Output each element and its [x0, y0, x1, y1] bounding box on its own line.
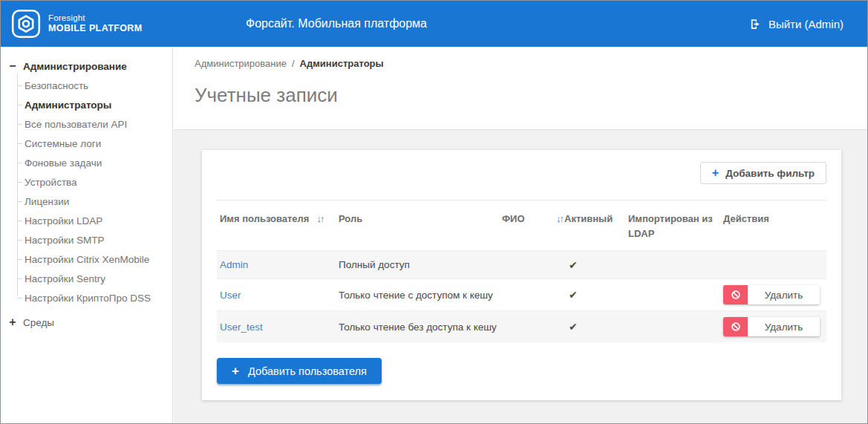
add-filter-label: Добавить фильтр: [725, 168, 815, 179]
table-row: User_test Только чтение без доступа к ке…: [217, 310, 826, 342]
delete-user-button[interactable]: Удалить: [723, 317, 820, 336]
column-label: Активный: [564, 213, 613, 224]
username-link[interactable]: User: [220, 290, 241, 301]
breadcrumb-current: Администраторы: [300, 58, 384, 69]
top-header: Foresight MOBILE PLATFORM Форсайт. Мобил…: [1, 1, 867, 47]
table-row: Admin Полный доступ ✔: [217, 250, 826, 278]
sidebar-subtree: Безопасность Администраторы Все пользова…: [1, 76, 172, 307]
add-filter-button[interactable]: + Добавить фильтр: [700, 162, 826, 184]
accounts-table: Имя пользователя ↓↑ Роль ФИО ↓↑ Активный: [217, 200, 826, 342]
sort-icon[interactable]: ↓↑: [556, 212, 563, 226]
delete-user-button[interactable]: Удалить: [723, 285, 820, 304]
sidebar-item-cryptopro-settings[interactable]: Настройки КриптоПро DSS: [25, 288, 172, 307]
sidebar-item-api-users[interactable]: Все пользователи API: [25, 114, 172, 134]
sidebar-item-ldap-settings[interactable]: Настройки LDAP: [25, 211, 172, 230]
column-header-username: Имя пользователя ↓↑: [220, 212, 339, 226]
sidebar-item-label: Администрирование: [23, 61, 127, 72]
check-icon: ✔: [564, 259, 578, 271]
sidebar-item-label: Устройства: [25, 177, 77, 188]
sidebar-item-sentry-settings[interactable]: Настройки Sentry: [25, 269, 172, 288]
logout-label: Выйти (Admin): [769, 18, 843, 30]
sidebar-item-label: Настройки КриптоПро DSS: [25, 293, 151, 304]
app-title: Форсайт. Мобильная платформа: [246, 1, 427, 47]
sidebar-item-label: Настройки LDAP: [25, 215, 102, 226]
actions-cell: Удалить: [723, 317, 826, 336]
breadcrumb-parent[interactable]: Администрирование: [195, 58, 287, 69]
role-cell: Полный доступ: [339, 259, 410, 270]
content-region: + Добавить фильтр Имя пользователя ↓↑ Ро…: [174, 129, 867, 423]
breadcrumb-separator: /: [292, 58, 295, 69]
app-window: Foresight MOBILE PLATFORM Форсайт. Мобил…: [0, 0, 868, 424]
sidebar-item-administration[interactable]: − Администрирование: [1, 56, 172, 76]
sort-icon[interactable]: ↓↑: [316, 212, 323, 226]
sidebar-item-label: Все пользователи API: [25, 119, 127, 130]
column-label: Имя пользователя: [220, 212, 309, 226]
accounts-card: + Добавить фильтр Имя пользователя ↓↑ Ро…: [202, 150, 841, 400]
column-header-role: Роль: [339, 212, 502, 226]
ban-icon: [723, 285, 748, 304]
page-title: Учетные записи: [195, 84, 846, 107]
table-header-row: Имя пользователя ↓↑ Роль ФИО ↓↑ Активный: [217, 200, 826, 250]
logout-icon: [749, 18, 762, 30]
foresight-hex-logo-icon: [11, 9, 41, 39]
username-link[interactable]: Admin: [220, 259, 248, 270]
column-header-actions: Действия: [723, 212, 826, 226]
brand-logo: Foresight MOBILE PLATFORM: [1, 9, 143, 39]
sidebar-item-label: Системные логи: [25, 138, 101, 149]
column-header-fio: ФИО ↓↑: [502, 212, 563, 226]
sidebar-item-devices[interactable]: Устройства: [25, 172, 172, 192]
ban-icon: [723, 317, 748, 336]
column-header-active: Активный: [563, 212, 628, 226]
sidebar-item-label: Лицензии: [25, 196, 69, 207]
logout-button[interactable]: Выйти (Admin): [749, 18, 867, 30]
sidebar-item-licenses[interactable]: Лицензии: [25, 192, 172, 211]
sidebar-item-label: Настройки Sentry: [25, 273, 105, 284]
username-link[interactable]: User_test: [220, 322, 263, 333]
delete-button-label: Удалить: [748, 317, 820, 336]
sidebar-item-citrix-settings[interactable]: Настройки Citrix XenMobile: [25, 249, 172, 269]
column-label: ФИО: [502, 212, 525, 226]
minus-icon[interactable]: −: [8, 60, 17, 72]
sidebar-item-label: Настройки Citrix XenMobile: [25, 254, 149, 265]
sidebar-item-label: Фоновые задачи: [25, 157, 102, 169]
sidebar-item-administrators[interactable]: Администраторы: [25, 95, 172, 114]
brand-text: Foresight MOBILE PLATFORM: [48, 13, 143, 35]
sidebar-item-system-logs[interactable]: Системные логи: [25, 134, 172, 153]
plus-icon[interactable]: +: [8, 316, 17, 328]
brand-line1: Foresight: [48, 13, 143, 23]
check-icon: ✔: [564, 289, 578, 301]
card-toolbar: + Добавить фильтр: [217, 162, 826, 184]
sidebar-item-smtp-settings[interactable]: Настройки SMTP: [25, 230, 172, 249]
delete-button-label: Удалить: [748, 285, 820, 304]
role-cell: Только чтение без доступа к кешу: [339, 322, 497, 333]
breadcrumb: Администрирование / Администраторы: [195, 58, 846, 69]
sidebar-item-environments[interactable]: + Среды: [1, 313, 172, 332]
add-user-button[interactable]: + Добавить пользователя: [217, 358, 382, 384]
sidebar-item-background-tasks[interactable]: Фоновые задачи: [25, 153, 172, 172]
sidebar-nav: − Администрирование Безопасность Админис…: [1, 47, 173, 423]
sidebar-item-label: Безопасность: [25, 80, 88, 91]
plus-icon: +: [712, 167, 719, 179]
actions-cell: Удалить: [723, 285, 826, 304]
brand-line2: MOBILE PLATFORM: [48, 23, 143, 35]
column-label: Роль: [339, 213, 362, 224]
sidebar-item-label: Среды: [23, 317, 54, 328]
sidebar-item-security[interactable]: Безопасность: [25, 76, 172, 95]
column-label: Импортирован из LDAP: [628, 213, 713, 239]
sidebar-item-label: Администраторы: [25, 100, 111, 111]
page-head: Администрирование / Администраторы Учетн…: [174, 47, 867, 129]
role-cell: Только чтение с доступом к кешу: [339, 290, 493, 301]
sidebar-item-label: Настройки SMTP: [25, 235, 104, 246]
table-row: User Только чтение с доступом к кешу ✔: [217, 278, 826, 310]
column-label: Действия: [723, 213, 769, 224]
add-user-label: Добавить пользователя: [248, 365, 367, 377]
main-area: Администрирование / Администраторы Учетн…: [174, 47, 867, 423]
column-header-ldap: Импортирован из LDAP: [628, 212, 723, 241]
plus-icon: +: [232, 365, 239, 377]
check-icon: ✔: [564, 321, 578, 333]
